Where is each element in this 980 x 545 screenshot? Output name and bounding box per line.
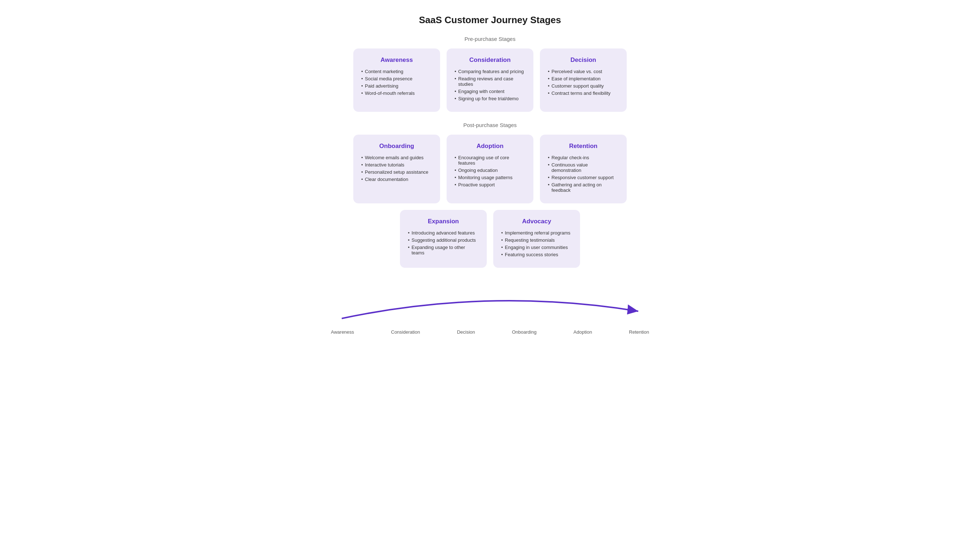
main-title: SaaS Customer Journey Stages — [327, 14, 653, 26]
post-purchase-label: Post-purchase Stages — [327, 122, 653, 128]
card-title-onboarding: Onboarding — [361, 143, 432, 150]
bottom-row: ExpansionIntroducing advanced featuresSu… — [327, 210, 653, 268]
list-item: Encouraging use of core features — [455, 155, 525, 166]
card-items-expansion: Introducing advanced featuresSuggesting … — [408, 230, 479, 255]
list-item: Content marketing — [361, 69, 432, 74]
list-item: Implementing referral programs — [501, 230, 572, 236]
list-item: Contract terms and flexibility — [548, 91, 619, 96]
list-item: Responsive customer support — [548, 175, 619, 180]
post-purchase-row: OnboardingWelcome emails and guidesInter… — [327, 135, 653, 203]
card-items-awareness: Content marketingSocial media presencePa… — [361, 69, 432, 96]
card-items-consideration: Comparing features and pricingReading re… — [455, 69, 525, 101]
card-onboarding: OnboardingWelcome emails and guidesInter… — [353, 135, 440, 203]
list-item: Expanding usage to other teams — [408, 245, 479, 255]
list-item: Requesting testimonials — [501, 237, 572, 243]
card-title-consideration: Consideration — [455, 56, 525, 64]
list-item: Monitoring usage patterns — [455, 175, 525, 180]
pre-purchase-label: Pre-purchase Stages — [327, 36, 653, 42]
journey-label: Adoption — [574, 329, 592, 335]
card-title-advocacy: Advocacy — [501, 218, 572, 225]
card-awareness: AwarenessContent marketingSocial media p… — [353, 48, 440, 112]
card-expansion: ExpansionIntroducing advanced featuresSu… — [400, 210, 487, 268]
journey-label: Consideration — [391, 329, 420, 335]
list-item: Paid advertising — [361, 83, 432, 89]
card-items-retention: Regular check-insContinuous value demons… — [548, 155, 619, 193]
card-items-advocacy: Implementing referral programsRequesting… — [501, 230, 572, 257]
list-item: Personalized setup assistance — [361, 169, 432, 175]
list-item: Proactive support — [455, 182, 525, 188]
list-item: Ongoing education — [455, 167, 525, 173]
journey-label: Decision — [457, 329, 475, 335]
card-title-expansion: Expansion — [408, 218, 479, 225]
card-adoption: AdoptionEncouraging use of core features… — [447, 135, 533, 203]
pre-purchase-row: AwarenessContent marketingSocial media p… — [327, 48, 653, 112]
list-item: Word-of-mouth referrals — [361, 91, 432, 96]
list-item: Clear documentation — [361, 177, 432, 182]
card-items-onboarding: Welcome emails and guidesInteractive tut… — [361, 155, 432, 182]
card-advocacy: AdvocacyImplementing referral programsRe… — [493, 210, 580, 268]
list-item: Welcome emails and guides — [361, 155, 432, 160]
list-item: Perceived value vs. cost — [548, 69, 619, 74]
list-item: Introducing advanced features — [408, 230, 479, 236]
card-title-adoption: Adoption — [455, 143, 525, 150]
journey-label: Onboarding — [512, 329, 537, 335]
page-container: SaaS Customer Journey Stages Pre-purchas… — [327, 14, 653, 326]
list-item: Suggesting additional products — [408, 237, 479, 243]
list-item: Engaging in user communities — [501, 245, 572, 250]
list-item: Engaging with content — [455, 89, 525, 94]
list-item: Reading reviews and case studies — [455, 76, 525, 87]
list-item: Interactive tutorials — [361, 162, 432, 167]
list-item: Customer support quality — [548, 83, 619, 89]
list-item: Featuring success stories — [501, 252, 572, 257]
list-item: Gathering and acting on feedback — [548, 182, 619, 193]
card-items-adoption: Encouraging use of core featuresOngoing … — [455, 155, 525, 188]
card-decision: DecisionPerceived value vs. costEase of … — [540, 48, 627, 112]
card-retention: RetentionRegular check-insContinuous val… — [540, 135, 627, 203]
list-item: Social media presence — [361, 76, 432, 81]
list-item: Regular check-ins — [548, 155, 619, 160]
journey-label: Retention — [629, 329, 649, 335]
card-consideration: ConsiderationComparing features and pric… — [447, 48, 533, 112]
card-title-decision: Decision — [548, 56, 619, 64]
list-item: Signing up for free trial/demo — [455, 96, 525, 101]
card-items-decision: Perceived value vs. costEase of implemen… — [548, 69, 619, 96]
list-item: Comparing features and pricing — [455, 69, 525, 74]
list-item: Ease of implementation — [548, 76, 619, 81]
journey-chart: AwarenessConsiderationDecisionOnboarding… — [327, 282, 653, 326]
card-title-awareness: Awareness — [361, 56, 432, 64]
journey-label: Awareness — [331, 329, 354, 335]
journey-labels: AwarenessConsiderationDecisionOnboarding… — [327, 329, 653, 335]
card-title-retention: Retention — [548, 143, 619, 150]
list-item: Continuous value demonstration — [548, 162, 619, 173]
